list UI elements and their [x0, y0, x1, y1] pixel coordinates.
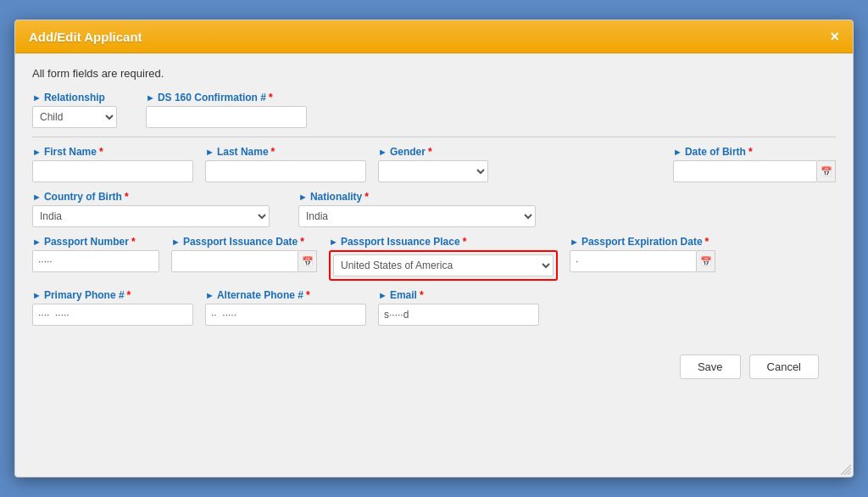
- modal-header: Add/Edit Applicant ×: [15, 20, 853, 53]
- svg-line-1: [844, 468, 851, 475]
- relationship-select[interactable]: Child Self Spouse Parent Sibling: [32, 106, 117, 128]
- last-name-group: ► Last Name *: [205, 146, 366, 182]
- first-name-required: *: [99, 146, 103, 158]
- passport-issuance-place-select[interactable]: United States of America India Canada Un…: [333, 254, 554, 276]
- pid-required: *: [300, 236, 304, 248]
- nationality-group: ► Nationality * India United States of A…: [298, 191, 536, 227]
- first-name-group: ► First Name *: [32, 146, 193, 182]
- alternate-phone-group: ► Alternate Phone # *: [205, 289, 366, 326]
- form-row-2: ► First Name * ► Last Name *: [32, 146, 836, 182]
- pid-input-wrapper: 📅: [171, 250, 317, 272]
- gender-group: ► Gender * Male Female: [378, 146, 488, 182]
- gender-required: *: [428, 146, 432, 158]
- email-label: ► Email *: [378, 289, 539, 301]
- country-of-birth-select[interactable]: India United States of America Canada: [32, 205, 270, 227]
- form-row-5: ► Primary Phone # * ► Alternate Phone # …: [32, 289, 836, 326]
- dob-input[interactable]: [673, 160, 817, 182]
- email-input[interactable]: [378, 304, 539, 326]
- modal-footer: Save Cancel: [32, 343, 836, 391]
- gender-select[interactable]: Male Female: [378, 160, 488, 182]
- last-name-input[interactable]: [205, 160, 366, 182]
- pid-calendar-icon[interactable]: 📅: [298, 250, 317, 272]
- passport-issuance-place-label: ► Passport Issuance Place *: [329, 236, 558, 248]
- first-name-label: ► First Name *: [32, 146, 193, 158]
- primary-phone-group: ► Primary Phone # *: [32, 289, 193, 326]
- required-note: All form fields are required.: [32, 67, 836, 80]
- alternate-phone-label: ► Alternate Phone # *: [205, 289, 366, 301]
- resize-handle[interactable]: [839, 463, 851, 475]
- relationship-label: ► Relationship: [32, 92, 117, 103]
- cancel-button[interactable]: Cancel: [749, 355, 819, 379]
- dob-input-wrapper: 📅: [673, 160, 836, 182]
- dob-required: *: [748, 146, 753, 158]
- last-name-required: *: [271, 146, 275, 158]
- passport-number-input[interactable]: [32, 250, 159, 272]
- gender-label: ► Gender *: [378, 146, 488, 158]
- ds160-arrow: ►: [146, 92, 155, 103]
- ped-calendar-icon[interactable]: 📅: [697, 250, 715, 272]
- pp-required: *: [127, 289, 131, 301]
- ds160-input[interactable]: [146, 106, 307, 128]
- svg-line-2: [848, 472, 851, 475]
- passport-expiration-date-input[interactable]: [570, 250, 697, 272]
- passport-issuance-date-input[interactable]: [171, 250, 298, 272]
- close-button[interactable]: ×: [830, 29, 839, 44]
- form-row-4: ► Passport Number * ► Passport Issuance …: [32, 236, 836, 281]
- relationship-group: ► Relationship Child Self Spouse Parent …: [32, 92, 117, 128]
- passport-expiration-date-label: ► Passport Expiration Date *: [570, 236, 715, 248]
- pip-required: *: [463, 236, 467, 248]
- email-group: ► Email *: [378, 289, 539, 326]
- ped-required: *: [705, 236, 709, 248]
- ds160-label: ► DS 160 Confirmation # *: [146, 92, 307, 103]
- relationship-arrow: ►: [32, 92, 42, 103]
- modal-overlay: Add/Edit Applicant × All form fields are…: [0, 0, 868, 497]
- pn-required: *: [131, 236, 136, 248]
- passport-number-group: ► Passport Number *: [32, 236, 159, 272]
- modal-dialog: Add/Edit Applicant × All form fields are…: [14, 20, 854, 477]
- modal-body: All form fields are required. ► Relation…: [15, 53, 853, 405]
- first-name-input[interactable]: [32, 160, 193, 182]
- form-row-3: ► Country of Birth * India United States…: [32, 191, 836, 227]
- ped-input-wrapper: 📅: [570, 250, 715, 272]
- divider-1: [32, 137, 836, 137]
- country-of-birth-label: ► Country of Birth *: [32, 191, 270, 203]
- passport-issuance-place-highlight: United States of America India Canada Un…: [329, 250, 558, 281]
- ds160-group: ► DS 160 Confirmation # *: [146, 92, 307, 128]
- country-of-birth-group: ► Country of Birth * India United States…: [32, 191, 270, 227]
- dob-calendar-icon[interactable]: 📅: [817, 160, 836, 182]
- modal-title: Add/Edit Applicant: [29, 30, 142, 44]
- nationality-label: ► Nationality *: [298, 191, 536, 203]
- dob-group: ► Date of Birth * 📅: [673, 146, 836, 182]
- last-name-label: ► Last Name *: [205, 146, 366, 158]
- nationality-select[interactable]: India United States of America Canada: [298, 205, 536, 227]
- ds160-required: *: [269, 92, 273, 103]
- dob-label: ► Date of Birth *: [673, 146, 836, 158]
- primary-phone-input[interactable]: [32, 304, 193, 326]
- nat-required: *: [364, 191, 369, 203]
- alternate-phone-input[interactable]: [205, 304, 366, 326]
- passport-expiration-date-group: ► Passport Expiration Date * 📅: [570, 236, 715, 272]
- form-row-1: ► Relationship Child Self Spouse Parent …: [32, 92, 836, 128]
- passport-issuance-date-label: ► Passport Issuance Date *: [171, 236, 317, 248]
- passport-number-label: ► Passport Number *: [32, 236, 159, 248]
- passport-issuance-place-group: ► Passport Issuance Place * United State…: [329, 236, 558, 281]
- ap-required: *: [306, 289, 310, 301]
- primary-phone-label: ► Primary Phone # *: [32, 289, 193, 301]
- passport-issuance-date-group: ► Passport Issuance Date * 📅: [171, 236, 317, 272]
- email-required: *: [420, 289, 424, 301]
- cob-required: *: [125, 191, 129, 203]
- save-button[interactable]: Save: [680, 355, 741, 379]
